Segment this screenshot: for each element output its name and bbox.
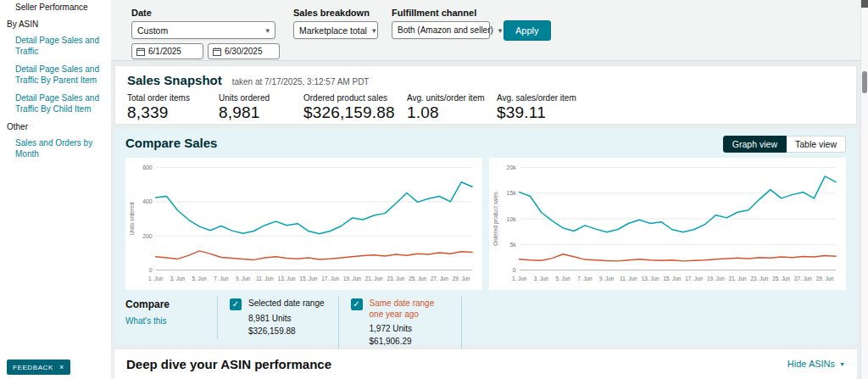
deep-dive-title: Deep dive your ASIN performance xyxy=(126,357,331,371)
svg-text:5. Jun: 5. Jun xyxy=(556,276,571,281)
close-icon: × xyxy=(59,363,64,371)
filter-bar: Date Custom ▾ 6/1/2025 6/30/2025 xyxy=(111,0,860,61)
fulfillment-channel-selected-value: Both (Amazon and seller) xyxy=(398,25,493,35)
chevron-down-icon: ▾ xyxy=(498,26,503,35)
svg-text:0: 0 xyxy=(149,267,153,273)
scroll-up-arrow[interactable] xyxy=(861,0,868,8)
table-view-button[interactable]: Table view xyxy=(787,136,846,153)
legend-selected-date-range: ✓ Selected date range 8,981 Units $326,1… xyxy=(217,297,338,339)
metric-units-ordered: Units ordered 8,981 xyxy=(219,93,292,122)
compare-sales-card: Compare Sales Graph view Table view 0200… xyxy=(114,129,857,345)
compare-label: Compare xyxy=(125,298,217,310)
legend-units-value: 8,981 Units xyxy=(248,312,325,325)
svg-text:11. Jun: 11. Jun xyxy=(620,276,637,281)
fulfillment-channel-select[interactable]: Both (Amazon and seller) ▾ xyxy=(392,21,490,39)
scrollbar-thumb[interactable] xyxy=(862,71,867,93)
svg-text:13. Jun: 13. Jun xyxy=(278,276,296,281)
svg-text:17. Jun: 17. Jun xyxy=(321,276,339,281)
svg-text:3. Jun: 3. Jun xyxy=(170,276,186,281)
date-to-value: 6/30/2025 xyxy=(225,47,263,56)
chevron-down-icon: ▾ xyxy=(265,26,270,35)
date-filter-group: Date Custom ▾ 6/1/2025 6/30/2025 xyxy=(131,8,280,59)
metric-label: Avg. units/order item xyxy=(407,93,485,103)
caret-down-icon: ▼ xyxy=(839,361,845,367)
date-to-input[interactable]: 6/30/2025 xyxy=(208,43,280,59)
svg-text:9. Jun: 9. Jun xyxy=(599,276,615,281)
apply-button[interactable]: Apply xyxy=(504,20,551,41)
svg-text:19. Jun: 19. Jun xyxy=(343,276,361,281)
svg-text:27. Jun: 27. Jun xyxy=(794,276,812,281)
svg-text:25. Jun: 25. Jun xyxy=(772,276,790,281)
report-main-area: Date Custom ▾ 6/1/2025 6/30/2025 xyxy=(111,0,860,379)
svg-text:19. Jun: 19. Jun xyxy=(707,276,725,281)
svg-text:Units ordered: Units ordered xyxy=(129,202,135,235)
sales-breakdown-selected-value: Marketplace total xyxy=(299,25,367,36)
hide-asins-label: Hide ASINs xyxy=(787,359,835,369)
metric-value: $39.11 xyxy=(497,103,590,122)
hide-asins-link[interactable]: Hide ASINs ▼ xyxy=(787,357,845,369)
legend-item-label: Selected date range xyxy=(248,298,325,309)
fulfillment-channel-group: Fulfillment channel Both (Amazon and sel… xyxy=(392,8,490,39)
date-from-input[interactable]: 6/1/2025 xyxy=(131,43,203,59)
sidebar-item-detail-page-sales-traffic[interactable]: Detail Page Sales and Traffic xyxy=(0,31,111,60)
year-ago-checkbox[interactable]: ✓ xyxy=(351,298,363,310)
whats-this-link[interactable]: What's this xyxy=(125,316,217,326)
sales-snapshot-title: Sales Snapshot xyxy=(127,73,222,87)
sidebar-item-detail-page-parent-item[interactable]: Detail Page Sales and Traffic By Parent … xyxy=(0,60,111,89)
svg-text:3. Jun: 3. Jun xyxy=(534,276,549,281)
svg-text:9. Jun: 9. Jun xyxy=(236,276,251,281)
svg-text:21. Jun: 21. Jun xyxy=(365,276,383,281)
metric-value: 8,339 xyxy=(127,103,207,122)
svg-text:29. Jun: 29. Jun xyxy=(816,276,834,281)
metric-avg-sales-order-item: Avg. sales/order item $39.11 xyxy=(497,93,590,122)
date-range-selected-value: Custom xyxy=(137,25,168,36)
sidebar-section-other: Other xyxy=(0,118,111,134)
chevron-down-icon: ▾ xyxy=(372,26,376,35)
legend-item-text: Same date range one year ago 1,972 Units… xyxy=(370,298,448,348)
date-inputs-row: 6/1/2025 6/30/2025 xyxy=(131,43,280,59)
units-ordered-line-chart: 02004006001. Jun3. Jun5. Jun7. Jun9. Jun… xyxy=(127,159,481,288)
graph-view-button[interactable]: Graph view xyxy=(723,136,787,153)
date-range-select[interactable]: Custom ▾ xyxy=(131,21,275,39)
feedback-button[interactable]: FEEDBACK × xyxy=(7,359,70,375)
metric-total-order-items: Total order items 8,339 xyxy=(127,93,207,122)
view-toggle: Graph view Table view xyxy=(723,136,846,153)
svg-text:17. Jun: 17. Jun xyxy=(685,276,703,281)
calendar-icon xyxy=(213,47,221,56)
vertical-scrollbar[interactable] xyxy=(860,0,868,379)
fulfillment-channel-label: Fulfillment channel xyxy=(392,8,490,18)
sidebar-item-sales-orders-by-month[interactable]: Sales and Orders by Month xyxy=(0,134,111,163)
feedback-label: FEEDBACK xyxy=(13,364,53,371)
calendar-icon xyxy=(136,47,145,56)
sidebar-item-seller-performance[interactable]: Seller Performance xyxy=(0,1,111,15)
sidebar-section-by-asin: By ASIN xyxy=(0,15,111,31)
sales-breakdown-select[interactable]: Marketplace total ▾ xyxy=(293,21,378,39)
sales-breakdown-label: Sales breakdown xyxy=(293,8,378,18)
svg-text:25. Jun: 25. Jun xyxy=(409,276,426,281)
metric-label: Avg. sales/order item xyxy=(497,93,590,103)
metric-avg-units-order-item: Avg. units/order item 1.08 xyxy=(407,93,485,122)
svg-text:23. Jun: 23. Jun xyxy=(387,276,405,281)
date-filter-label: Date xyxy=(131,8,280,18)
svg-text:11. Jun: 11. Jun xyxy=(256,276,274,281)
legend-item-values: 8,981 Units $326,159.88 xyxy=(248,312,325,337)
charts-row: 02004006001. Jun3. Jun5. Jun7. Jun9. Jun… xyxy=(125,158,846,290)
svg-text:0: 0 xyxy=(513,267,516,273)
units-ordered-chart: 02004006001. Jun3. Jun5. Jun7. Jun9. Jun… xyxy=(125,158,482,290)
sidebar-item-detail-page-child-item[interactable]: Detail Page Sales and Traffic By Child I… xyxy=(0,89,111,118)
svg-text:15. Jun: 15. Jun xyxy=(300,276,318,281)
metric-label: Units ordered xyxy=(219,93,292,103)
metric-value: 1.08 xyxy=(407,103,485,122)
selected-range-checkbox[interactable]: ✓ xyxy=(230,298,242,310)
svg-text:20k: 20k xyxy=(507,164,517,170)
legend-item-header: ✓ Same date range one year ago 1,972 Uni… xyxy=(351,298,448,348)
compare-legend-intro: Compare What's this xyxy=(125,297,217,326)
metric-label: Total order items xyxy=(127,93,207,103)
metric-value: $326,159.88 xyxy=(303,103,395,122)
ordered-product-sales-chart: 05k10k15k20k1. Jun3. Jun5. Jun7. Jun9. J… xyxy=(489,158,846,290)
svg-text:15k: 15k xyxy=(507,190,517,196)
metric-ordered-product-sales: Ordered product sales $326,159.88 xyxy=(303,93,395,122)
svg-text:600: 600 xyxy=(142,164,153,170)
svg-text:27. Jun: 27. Jun xyxy=(431,276,448,281)
compare-legend-row: Compare What's this ✓ Selected date rang… xyxy=(125,297,846,349)
